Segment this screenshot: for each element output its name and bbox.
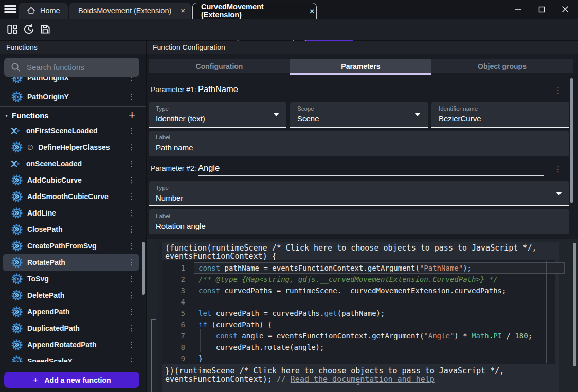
param1-label-field[interactable]: Label Path name [149, 131, 569, 156]
param1-scope-field[interactable]: Scope Scene [290, 102, 428, 128]
function-item-AppendRotatedPath[interactable]: AppendRotatedPath⋮ [0, 337, 146, 352]
function-item-PathOriginY[interactable]: f(x)PathOriginY⋮ [0, 89, 146, 104]
item-menu-icon[interactable]: ⋮ [128, 357, 135, 362]
close-tab-icon[interactable]: × [178, 6, 187, 15]
item-menu-icon[interactable]: ⋮ [128, 126, 135, 135]
param1-identifier-field[interactable]: Identifier name BezierCurve [431, 102, 569, 128]
functions-section-header[interactable]: ▾Functions+ [0, 108, 146, 123]
function-item-ToSvg[interactable]: f(x)ToSvg⋮ [0, 271, 146, 287]
function-item-AddCubicCurve[interactable]: AddCubicCurve⋮ [0, 172, 146, 188]
code-line-9[interactable]: 9} [162, 353, 555, 364]
param2-type-field[interactable]: Type Number [149, 181, 569, 206]
events-scrollbar[interactable] [573, 243, 576, 366]
collapse-triangle-icon[interactable]: ▾ [5, 113, 8, 118]
main-menu-icon[interactable] [4, 5, 16, 13]
chevron-down-icon[interactable] [414, 113, 421, 116]
function-item-AddLine[interactable]: AddLine⋮ [0, 205, 146, 221]
param2-label-field[interactable]: Label Rotation angle [149, 209, 569, 234]
item-menu-icon[interactable]: ⋮ [128, 142, 135, 152]
code-line-7[interactable]: 7 const angle = eventsFunctionContext.ge… [162, 330, 555, 342]
function-item-AppendPath[interactable]: AppendPath⋮ [0, 304, 146, 319]
function-item-PathOriginX[interactable]: f(x)PathOriginX⋮ [0, 77, 146, 85]
item-menu-icon[interactable]: ⋮ [128, 225, 135, 234]
function-item-DefineHelperClasses[interactable]: ∅DefineHelperClasses⋮ [0, 139, 146, 155]
event-drag-handle[interactable] [157, 242, 162, 392]
code-line-8[interactable]: 8 curvedPath.rotate(angle); [162, 342, 555, 353]
function-item-ClosePath[interactable]: ClosePath⋮ [0, 222, 146, 237]
function-item-SpeedScaleY[interactable]: f(x)SpeedScaleY⋮ [0, 353, 146, 362]
function-label: AddCubicCurve [27, 176, 82, 184]
param1-type-field[interactable]: Type Identifier (text) [149, 102, 286, 128]
maximize-icon [538, 6, 545, 13]
tab-object-groups[interactable]: Object groups [431, 59, 573, 73]
sidebar-scrollbar[interactable] [142, 242, 145, 295]
item-menu-icon[interactable]: ⋮ [128, 291, 135, 300]
config-scrollbar[interactable] [570, 78, 573, 203]
item-menu-icon[interactable]: ⋮ [128, 258, 135, 267]
item-menu-icon[interactable]: ⋮ [128, 274, 135, 283]
param1-menu-icon[interactable]: ⋮ [554, 86, 562, 95]
minimize-icon [515, 6, 521, 13]
item-menu-icon[interactable]: ⋮ [128, 340, 135, 349]
function-item-CreatePathFromSvg[interactable]: CreatePathFromSvg⋮ [0, 238, 146, 254]
code-line-4[interactable]: 4 [162, 296, 555, 308]
code-line-3[interactable]: 3const curvedPaths = runtimeScene.__curv… [162, 285, 555, 296]
function-item-DuplicatedPath[interactable]: DuplicatedPath⋮ [0, 320, 146, 336]
expand-caret-icon[interactable]: ^ [157, 383, 559, 390]
tab-home[interactable]: Home [19, 3, 68, 19]
function-item-onFirstSceneLoaded[interactable]: onFirstSceneLoaded⋮ [0, 123, 146, 138]
tab-parameters[interactable]: Parameters [290, 59, 431, 73]
item-menu-icon[interactable]: ⋮ [128, 208, 135, 218]
code-text: /** @type {Map<string, gdjs.__curvedMove… [198, 274, 498, 285]
code-line-6[interactable]: 6if (curvedPath) { [162, 319, 555, 330]
item-menu-icon[interactable]: ⋮ [128, 175, 135, 185]
param2-name-input[interactable]: Angle [198, 163, 220, 173]
javascript-event-card[interactable]: (function(runtimeScene /* Click here to … [157, 242, 559, 392]
lifecycle-function-icon [10, 158, 22, 169]
search-functions-box[interactable] [4, 58, 139, 77]
code-line-1[interactable]: 1const pathName = eventsFunctionContext.… [162, 262, 555, 274]
history-icon[interactable] [23, 23, 35, 35]
item-menu-icon[interactable]: ⋮ [128, 92, 135, 101]
field-label: Type [156, 185, 169, 191]
chevron-down-icon[interactable] [273, 113, 279, 116]
add-function-plus-icon[interactable]: + [129, 110, 135, 120]
window-maximize-button[interactable] [535, 3, 548, 15]
param2-menu-icon[interactable]: ⋮ [554, 165, 562, 174]
field-value: Scene [297, 114, 319, 123]
item-menu-icon[interactable]: ⋮ [128, 159, 135, 168]
item-menu-icon[interactable]: ⋮ [128, 192, 135, 201]
chevron-down-icon[interactable] [556, 192, 562, 195]
add-new-function-button[interactable]: + Add a new function [4, 372, 139, 388]
code-line-2[interactable]: 2/** @type {Map<string, gdjs.__curvedMov… [162, 274, 555, 285]
code-editor[interactable]: 1const pathName = eventsFunctionContext.… [162, 260, 555, 364]
save-icon[interactable] [39, 23, 51, 35]
line-number: 1 [162, 262, 185, 274]
tab-boids-movement[interactable]: BoidsMovement (Extension) × [69, 3, 191, 19]
param1-name-input[interactable]: PathName [198, 84, 238, 94]
function-item-DeletePath[interactable]: DeletePath⋮ [0, 288, 146, 303]
window-close-button[interactable] [558, 3, 572, 15]
toolbar: Preview Share [0, 19, 578, 40]
tab-configuration[interactable]: Configuration [149, 59, 290, 73]
item-menu-icon[interactable]: ⋮ [128, 241, 135, 251]
line-number: 3 [162, 285, 185, 296]
panels-icon[interactable] [6, 23, 19, 35]
item-menu-icon[interactable]: ⋮ [128, 77, 135, 82]
code-line-5[interactable]: 5let curvedPath = curvedPaths.get(pathNa… [162, 308, 555, 319]
window-minimize-button[interactable] [511, 3, 525, 15]
function-item-AddSmoothCubicCurve[interactable]: AddSmoothCubicCurve⋮ [0, 189, 146, 204]
functions-list: f(x)PathOriginX⋮f(x)PathOriginY⋮▾Functio… [0, 77, 146, 362]
search-input[interactable] [27, 58, 135, 77]
function-item-onSceneLoaded[interactable]: onSceneLoaded⋮ [0, 156, 146, 171]
function-item-RotatePath[interactable]: RotatePath⋮ [0, 255, 146, 270]
function-label: DefineHelperClasses [38, 143, 110, 151]
tab-curved-movement[interactable]: CurvedMovement (Extension) × [192, 3, 317, 19]
item-menu-icon[interactable]: ⋮ [128, 307, 135, 316]
function-configuration-panel: Function Configuration Configuration Par… [147, 41, 578, 239]
close-tab-icon[interactable]: × [308, 7, 316, 15]
function-gear-icon [11, 224, 23, 235]
gdevelop-window: Home BoidsMovement (Extension) × CurvedM… [0, 0, 578, 392]
item-menu-icon[interactable]: ⋮ [128, 324, 135, 333]
function-label: DeletePath [27, 291, 64, 299]
